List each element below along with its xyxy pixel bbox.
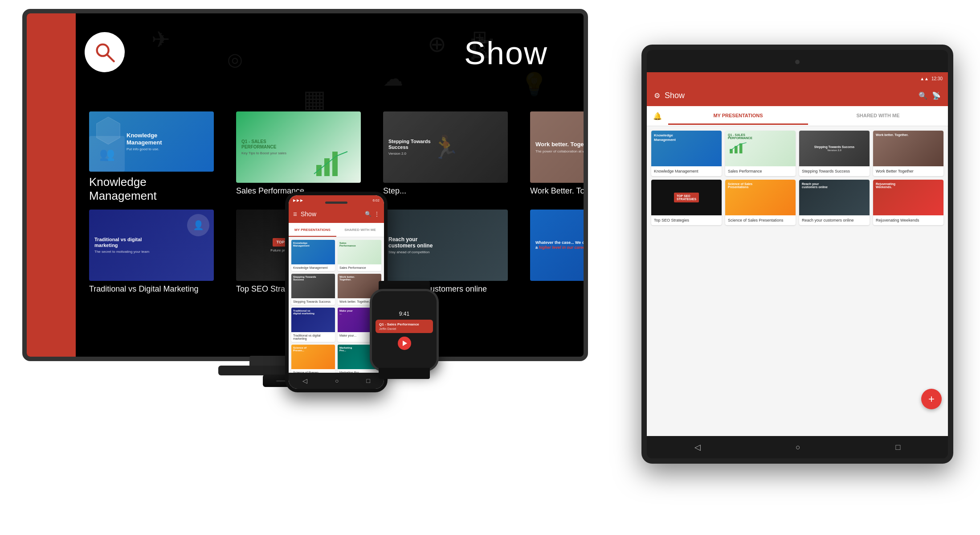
watch-card-author: Jeffin Daniel [379, 327, 429, 330]
watch-time: 9:41 [399, 311, 409, 317]
tablet-tabs: MY PRESENTATIONS SHARED WITH ME [668, 106, 948, 126]
svg-rect-4 [324, 158, 330, 176]
phone-app-icons: ▶ ▶ ▶ [293, 198, 303, 202]
phone-more-icon[interactable]: ⋮ [374, 211, 380, 217]
phone-menu-icon[interactable]: ☰ [293, 212, 297, 217]
svg-rect-5 [332, 152, 338, 176]
tv-card-sales[interactable]: Q1 - SALESPERFORMANCE Key Tips to Boost … [236, 111, 361, 203]
tv-card-knowledge[interactable]: KnowledgeManagement Put info good to use… [89, 111, 214, 203]
tablet-header: ⚙ Show 🔍 📡 [647, 85, 948, 106]
reach-thumb-title: Reach yourcustomers online [388, 236, 433, 249]
phone-card-science2[interactable]: Science ofPresen... Science of Presen... [291, 345, 335, 376]
tablet-reach-thumb-text: Reach yourcustomers online [799, 180, 870, 191]
tablet-seo-thumb-text: TOP SEOSTRATEGIES [677, 194, 696, 201]
tv-card-traditional[interactable]: 👤 Traditional vs digitalmarketing The se… [89, 210, 214, 301]
watch-body: 9:41 Q1 - Sales Performance Jeffin Danie… [370, 289, 439, 371]
tablet-card-knowledge[interactable]: KnowledgeManagement Knowledge Management [651, 131, 722, 176]
tv-card-stepping-label: Step... [383, 186, 406, 196]
tablet-work-label: Work Better Together [873, 166, 943, 176]
tablet-screen: ▲▲ 12:30 ⚙ Show 🔍 📡 🔔 MY PRESENTATIONS S… [647, 72, 948, 436]
tablet-cast-icon[interactable]: 📡 [932, 91, 941, 100]
tv-sidebar [27, 13, 76, 357]
tablet-camera [795, 60, 800, 64]
phone-card-sales[interactable]: SalesPerformance Sales Performance [338, 240, 381, 271]
tablet-tab-my-presentations[interactable]: MY PRESENTATIONS [668, 107, 808, 125]
tablet-seo-label: Top SEO Strategies [651, 215, 722, 225]
traditional-avatar: 👤 [187, 214, 209, 236]
phone-home-button[interactable]: ○ [335, 377, 339, 384]
tablet-tab-shared[interactable]: SHARED WITH ME [808, 107, 948, 125]
watch-presentation-card[interactable]: Q1 - Sales Performance Jeffin Daniel [376, 320, 433, 333]
phone-tab-my-presentations[interactable]: MY PRESENTATIONS [289, 223, 336, 237]
work-thumb-subtitle: The power of collaboration at work. [535, 149, 584, 153]
career-thumb-title: Whatever the case... We continually work… [535, 240, 584, 250]
tablet-card-rejuvenating[interactable]: RejuvenatingWeekends. Rejuvenating Weeke… [873, 180, 943, 225]
tablet-sales-label: Sales Performance [725, 166, 796, 176]
tablet-science-label: Science of Sales Presentations [725, 215, 796, 225]
tablet-sales-thumb-text: Q1 - SALESPERFORMANCE [728, 133, 793, 140]
traditional-thumb-subtitle: The secret to motivating your team [94, 250, 149, 254]
tablet-knowledge-thumb-text: KnowledgeManagement [651, 131, 722, 144]
tablet-card-seo[interactable]: TOP SEOSTRATEGIES Top SEO Strategies [651, 180, 722, 225]
tablet-sales-chart [728, 141, 750, 155]
phone-knowledge-label: Knowledge Management [291, 264, 335, 271]
phone-card-knowledge[interactable]: KnowledgeManagement Knowledge Management [291, 240, 335, 271]
phone-status-time: 6:02 [372, 198, 380, 202]
work-thumb-title: Work better. Together. [535, 141, 584, 148]
tablet-card-work[interactable]: Work better. Together. Work Better Toget… [873, 131, 943, 176]
tablet-card-sales[interactable]: Q1 - SALESPERFORMANCE Sales Performance [725, 131, 796, 176]
watch-screen: 9:41 Q1 - Sales Performance Jeffin Danie… [372, 291, 437, 369]
sales-thumb-title: Q1 - SALESPERFORMANCE [241, 139, 276, 150]
svg-line-1 [107, 54, 114, 61]
deco-icon-2: ◎ [227, 49, 243, 70]
deco-icon-1: ✈ [151, 27, 170, 53]
phone-card-stepping[interactable]: Stepping TowardsSuccess Stepping Towards… [291, 274, 335, 305]
tablet-bell-icon[interactable]: 🔔 [647, 108, 668, 124]
tv-search-button[interactable] [85, 32, 125, 72]
watch-play-button[interactable] [398, 337, 411, 350]
tablet-back-button[interactable]: ◁ [694, 442, 701, 452]
tablet-stepping-label: Stepping Towards Success [799, 166, 870, 176]
tablet-gear-icon[interactable]: ⚙ [654, 91, 660, 100]
phone-back-button[interactable]: ◁ [302, 377, 307, 384]
tv-app-title: Show [464, 35, 548, 71]
phone-app-title: Show [301, 210, 361, 218]
sales-chart-icon [312, 147, 356, 178]
tv-card-work-label: Work Better. Together. [530, 186, 584, 196]
tablet-navbar: ◁ ○ □ [647, 436, 948, 458]
tablet-card-science[interactable]: Science of SalesPresentations Science of… [725, 180, 796, 225]
tablet-card-reach[interactable]: Reach yourcustomers online Reach your cu… [799, 180, 870, 225]
tablet-rejuvenating-label: Rejuvenating Weekends [873, 215, 943, 225]
tablet-search-icon[interactable]: 🔍 [919, 91, 927, 100]
smartwatch: 9:41 Q1 - Sales Performance Jeffin Danie… [365, 281, 443, 379]
tv-card-career[interactable]: Whatever the case... We continually work… [530, 210, 584, 301]
tablet-header-actions: 🔍 📡 [919, 91, 941, 100]
phone-stepping-thumb: Stepping TowardsSuccess [291, 274, 335, 283]
phone-sales-thumb: SalesPerformance [338, 240, 381, 249]
tablet-fab-button[interactable]: + [921, 389, 942, 409]
watch-play-icon [401, 340, 408, 346]
tablet-home-button[interactable]: ○ [796, 443, 800, 452]
stepping-thumb-title: Stepping TowardsSuccess [388, 139, 431, 150]
tablet-status-time: 12:30 [931, 76, 943, 81]
phone-search-icon[interactable]: 🔍 [365, 211, 372, 217]
tablet-work-thumb-text: Work better. Together. [873, 131, 943, 139]
phone-tab-shared[interactable]: SHARED WITH ME [336, 223, 384, 237]
tablet-presentation-grid: KnowledgeManagement Knowledge Management… [647, 126, 948, 230]
phone-stepping-label: Stepping Towards Success [291, 298, 335, 305]
svg-marker-2 [97, 117, 120, 144]
tv-card-stepping[interactable]: Stepping TowardsSuccess Version 2.0 🏃 St… [383, 111, 508, 203]
reach-thumb-subtitle: Stay ahead of competition [388, 250, 430, 254]
svg-rect-3 [316, 165, 322, 176]
phone-header-actions: 🔍 ⋮ [365, 211, 380, 217]
tv-card-work[interactable]: Work better. Together. The power of coll… [530, 111, 584, 203]
knowledge-thumb-title: KnowledgeManagement [127, 132, 162, 146]
tablet-card-stepping[interactable]: Stepping Towards SuccessVersion 2.0 Step… [799, 131, 870, 176]
deco-icon-7: 💡 [520, 71, 548, 97]
phone-card-trad[interactable]: Traditional vsdigital marketing Traditio… [291, 308, 335, 342]
tablet-knowledge-label: Knowledge Management [651, 166, 722, 176]
svg-marker-9 [403, 341, 407, 346]
tablet-recent-button[interactable]: □ [895, 443, 900, 452]
phone-knowledge-thumb: KnowledgeManagement [291, 240, 335, 249]
deco-icon-3: ▦ [303, 85, 326, 113]
